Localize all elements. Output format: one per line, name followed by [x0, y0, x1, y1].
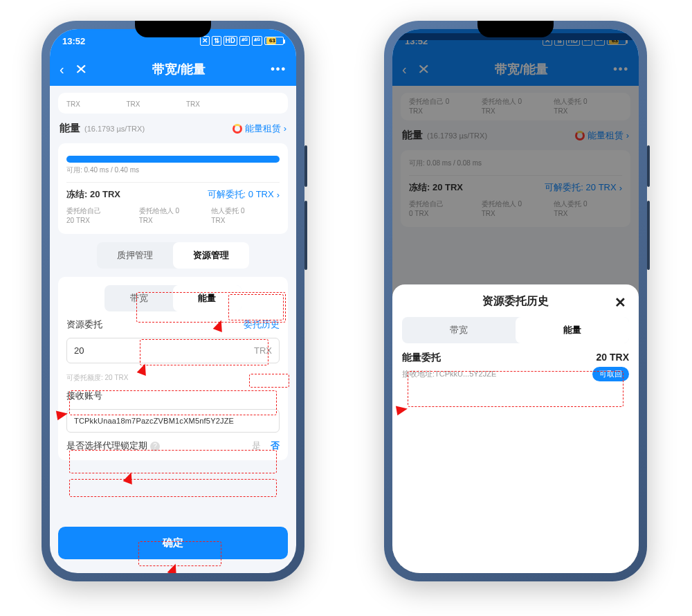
phone-right: 13:52 ✕ ⇅ HD ⁴ᴳ ⁴ᴳ 63 ‹ ✕ 带宽/能量 ••• 委托给自…: [384, 21, 647, 581]
screen-left: 13:52 ✕ ⇅ HD ⁴ᴳ ⁴ᴳ 63 ‹ ✕ 带宽/能量 ••• TRX: [50, 29, 296, 573]
sheet-close-icon[interactable]: ✕: [614, 294, 626, 311]
signal-icon-2: ⁴ᴳ: [252, 36, 262, 46]
content-left: TRX TRX TRX 能量(16.1793 µs/TRX) 能量租赁 › 可用…: [50, 86, 296, 514]
history-link[interactable]: 委托历史: [244, 318, 280, 331]
col-from-others: 他人委托 0TRX: [211, 206, 280, 226]
sheet-tab-en[interactable]: 能量: [516, 317, 629, 343]
cancel-pill[interactable]: 可取回: [592, 367, 629, 381]
sheet-header: 资源委托历史 ✕: [402, 294, 629, 309]
delegate-row: 资源委托 委托历史: [66, 318, 280, 331]
address-input[interactable]: TCPkkUnaa18m7PazcZVBM1cXM5nf5Y2JZE: [66, 409, 280, 433]
top-residual: TRX TRX TRX: [58, 93, 288, 114]
history-item: 能量委托 20 TRX 接收地址:TCPkkU...5Y2JZE 可取回: [402, 352, 629, 381]
amount-input[interactable]: 20 TRX: [66, 338, 280, 363]
phone-left: 13:52 ✕ ⇅ HD ⁴ᴳ ⁴ᴳ 63 ‹ ✕ 带宽/能量 ••• TRX: [42, 21, 304, 581]
form-card: 带宽 能量 资源委托 委托历史 20 TRX 可委托额度: 20 TRX 接收账…: [58, 277, 288, 460]
tab-bandwidth[interactable]: 带宽: [104, 285, 173, 311]
history-item-head: 能量委托 20 TRX: [402, 352, 629, 364]
battery-icon: 63: [264, 37, 284, 45]
energy-header: 能量(16.1793 µs/TRX) 能量租赁 ›: [58, 122, 288, 135]
mute-icon: ✕: [200, 36, 210, 46]
usable-label: 可用: 0.40 ms / 0.40 ms: [66, 165, 280, 175]
tabs-outer: 质押管理 资源管理: [97, 242, 248, 269]
energy-title: 能量: [60, 122, 80, 134]
energy-card: 可用: 0.40 ms / 0.40 ms 冻结: 20 TRX 可解委托: 0…: [58, 143, 288, 234]
yes-no: 是 否: [252, 440, 280, 452]
tab-stake[interactable]: 质押管理: [97, 242, 173, 269]
delegate-label: 资源委托: [66, 318, 102, 331]
quota-hint: 可委托额度: 20 TRX: [66, 373, 280, 383]
notch: [135, 21, 211, 37]
sheet-tab-bw[interactable]: 带宽: [402, 317, 516, 343]
col-self: 委托给自己20 TRX: [66, 206, 135, 226]
lock-row: 是否选择代理锁定期? 是 否: [66, 440, 280, 452]
delegate-cols: 委托给自己20 TRX 委托给他人 0TRX 他人委托 0TRX: [66, 206, 280, 226]
tab-energy[interactable]: 能量: [173, 285, 242, 311]
status-time: 13:52: [62, 36, 85, 46]
rent-link[interactable]: 能量租赁 ›: [233, 123, 286, 135]
close-icon[interactable]: ✕: [75, 62, 88, 76]
status-icons: ✕ ⇅ HD ⁴ᴳ ⁴ᴳ 63: [200, 36, 284, 46]
col-others: 委托给他人 0TRX: [139, 206, 208, 226]
history-item-amount: 20 TRX: [597, 352, 629, 364]
frozen-row: 冻结: 20 TRX 可解委托: 0 TRX ›: [66, 182, 280, 201]
notch: [477, 21, 554, 37]
confirm-button[interactable]: 确定: [58, 527, 288, 559]
frozen-label: 冻结: 20 TRX: [66, 188, 120, 201]
screen-right: 13:52 ✕ ⇅ HD ⁴ᴳ ⁴ᴳ 63 ‹ ✕ 带宽/能量 ••• 委托给自…: [392, 29, 639, 573]
amount-unit: TRX: [254, 345, 272, 356]
sheet-title: 资源委托历史: [482, 294, 549, 309]
energy-rate: (16.1793 µs/TRX): [84, 125, 145, 133]
sheet-tabs: 带宽 能量: [402, 317, 629, 343]
history-item-addr: 接收地址:TCPkkU...5Y2JZE: [402, 369, 496, 379]
history-item-title: 能量委托: [402, 352, 441, 364]
hd-icon: HD: [224, 36, 237, 46]
tabs-inner: 带宽 能量: [104, 285, 241, 311]
signal-icon-1: ⁴ᴳ: [239, 36, 250, 46]
amount-value: 20: [74, 345, 84, 356]
history-sheet: 资源委托历史 ✕ 带宽 能量 能量委托 20 TRX 接收地址:TCPkkU..…: [392, 284, 639, 573]
opt-no[interactable]: 否: [271, 440, 280, 452]
help-icon[interactable]: ?: [150, 442, 160, 451]
tab-resource[interactable]: 资源管理: [173, 242, 249, 269]
vibrate-icon: ⇅: [212, 36, 221, 46]
page-title: 带宽/能量: [152, 61, 206, 78]
history-item-recv: 接收地址:TCPkkU...5Y2JZE 可取回: [402, 367, 629, 381]
undelegate-link[interactable]: 可解委托: 0 TRX ›: [208, 188, 280, 201]
ring-icon: [233, 124, 242, 134]
lock-label: 是否选择代理锁定期: [66, 440, 147, 451]
navbar: ‹ ✕ 带宽/能量 •••: [50, 53, 296, 86]
recv-label: 接收账号: [66, 390, 280, 402]
residual-label: TRX TRX TRX: [66, 100, 200, 108]
energy-bar: [66, 156, 280, 163]
more-icon[interactable]: •••: [271, 63, 286, 75]
opt-yes[interactable]: 是: [252, 440, 261, 452]
back-icon[interactable]: ‹: [60, 62, 64, 76]
